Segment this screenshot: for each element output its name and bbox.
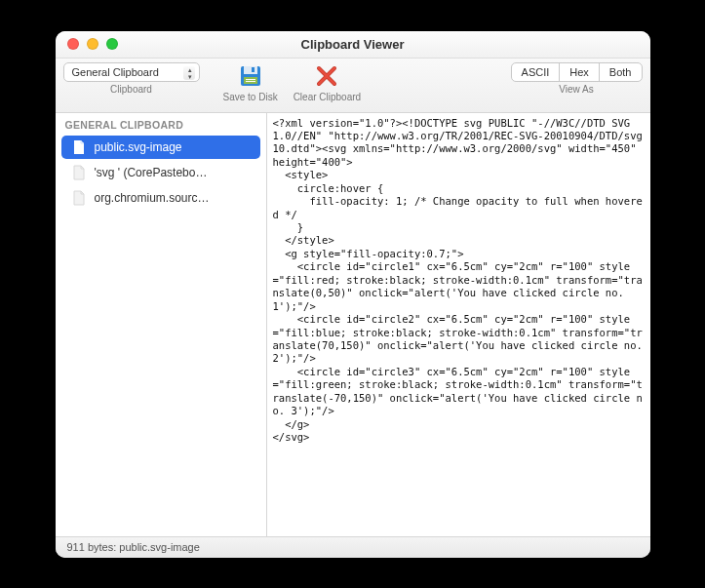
close-icon[interactable] <box>67 38 79 50</box>
statusbar: 911 bytes: public.svg-image <box>56 536 650 558</box>
svg-rect-4 <box>246 79 255 80</box>
save-label: Save to Disk <box>223 92 278 102</box>
app-window: Clipboard Viewer General Clipboard ▴▾ Cl… <box>56 31 650 558</box>
seg-both[interactable]: Both <box>599 63 642 81</box>
titlebar[interactable]: Clipboard Viewer <box>56 31 650 59</box>
document-icon <box>71 165 87 180</box>
sidebar-section-header: GENERAL CLIPBOARD <box>56 113 266 135</box>
clear-clipboard-button[interactable]: Clear Clipboard <box>294 62 361 102</box>
clipboard-select-value: General Clipboard <box>72 66 159 78</box>
save-to-disk-button[interactable]: Save to Disk <box>223 62 278 102</box>
sidebar-item-label: 'svg ' (CorePastebo… <box>95 166 208 179</box>
sidebar-item-label: org.chromium.sourc… <box>95 191 210 205</box>
viewas-label: View As <box>559 84 593 95</box>
window-title: Clipboard Viewer <box>56 37 650 52</box>
clipboard-group: General Clipboard ▴▾ Clipboard <box>63 62 200 95</box>
seg-ascii[interactable]: ASCII <box>512 63 560 81</box>
body: GENERAL CLIPBOARD public.svg-image <box>56 113 650 536</box>
action-group: Save to Disk Clear Clipboard <box>223 62 362 102</box>
sidebar-item-public-svg-image[interactable]: public.svg-image <box>61 136 260 159</box>
document-icon <box>71 190 87 206</box>
clipboard-select[interactable]: General Clipboard ▴▾ <box>63 62 200 82</box>
zoom-icon[interactable] <box>106 38 118 50</box>
svg-rect-5 <box>246 81 255 82</box>
x-icon <box>313 62 340 90</box>
minimize-icon[interactable] <box>87 38 98 50</box>
traffic-lights <box>56 38 118 50</box>
sidebar: GENERAL CLIPBOARD public.svg-image <box>56 113 267 536</box>
viewas-segmented: ASCII Hex Both <box>511 62 643 82</box>
sidebar-item-label: public.svg-image <box>95 140 182 154</box>
svg-rect-3 <box>244 77 257 84</box>
clear-label: Clear Clipboard <box>294 92 361 102</box>
sidebar-item-svg-corepastebo[interactable]: 'svg ' (CorePastebo… <box>61 161 260 184</box>
document-icon <box>71 139 87 155</box>
chevron-updown-icon: ▴▾ <box>188 66 192 80</box>
seg-hex[interactable]: Hex <box>559 63 599 81</box>
floppy-disk-icon <box>237 62 264 90</box>
content-pane[interactable]: <?xml version="1.0"?><!DOCTYPE svg PUBLI… <box>267 113 650 536</box>
viewas-group: ASCII Hex Both View As <box>511 62 643 95</box>
status-text: 911 bytes: public.svg-image <box>67 541 200 553</box>
svg-rect-2 <box>252 67 255 72</box>
sidebar-item-org-chromium-sourc[interactable]: org.chromium.sourc… <box>61 186 260 210</box>
svg-rect-1 <box>244 66 257 74</box>
content-text[interactable]: <?xml version="1.0"?><!DOCTYPE svg PUBLI… <box>273 117 645 445</box>
clipboard-group-label: Clipboard <box>110 84 152 95</box>
toolbar: General Clipboard ▴▾ Clipboard Save <box>56 59 650 113</box>
